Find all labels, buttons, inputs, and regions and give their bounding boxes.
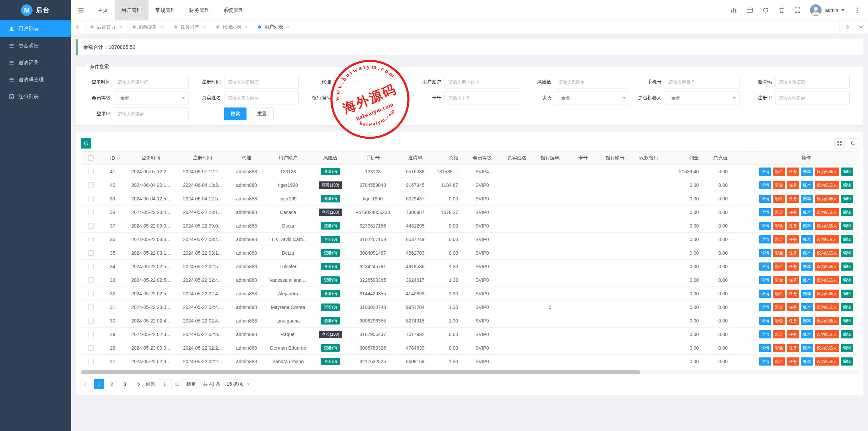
- tabs-menu-button[interactable]: [854, 20, 868, 34]
- input-account[interactable]: [445, 76, 519, 89]
- row-checkbox[interactable]: [88, 223, 94, 229]
- op-task-button[interactable]: 任务: [787, 317, 799, 325]
- risk-badge[interactable]: 查看(0): [321, 344, 340, 352]
- op-set-robot-button[interactable]: 设为机器人: [815, 181, 839, 189]
- column-filter-button[interactable]: [834, 138, 845, 149]
- op-set-robot-button[interactable]: 设为机器人: [815, 168, 839, 176]
- op-detail-button[interactable]: 详情: [759, 208, 771, 216]
- reset-button[interactable]: 重置: [251, 107, 274, 120]
- op-detail-button[interactable]: 详情: [759, 262, 771, 271]
- row-checkbox[interactable]: [88, 155, 94, 161]
- risk-badge[interactable]: 查看(0): [321, 168, 340, 175]
- panel-icon[interactable]: [746, 7, 753, 14]
- sidebar-item-4[interactable]: 红包列表: [0, 88, 71, 105]
- op-set-robot-button[interactable]: 设为机器人: [815, 276, 839, 284]
- op-detail-button[interactable]: 详情: [759, 195, 771, 203]
- input-login_time[interactable]: [114, 76, 189, 89]
- op-ledger-button[interactable]: 账本: [801, 181, 813, 189]
- risk-badge[interactable]: 查看(0): [321, 358, 340, 365]
- op-edit-button[interactable]: 编辑: [841, 181, 853, 189]
- op-detail-button[interactable]: 详情: [759, 181, 771, 189]
- sidebar-collapse-button[interactable]: [71, 0, 91, 20]
- op-ledger-button[interactable]: 账本: [801, 303, 813, 311]
- op-task-button[interactable]: 任务: [787, 222, 799, 230]
- page-next-button[interactable]: [133, 379, 143, 389]
- op-task-button[interactable]: 任务: [787, 344, 799, 352]
- risk-badge[interactable]: 查看(0): [321, 236, 340, 243]
- op-bonus-button[interactable]: 彩金: [773, 317, 785, 325]
- refresh-icon[interactable]: [762, 7, 769, 14]
- op-set-robot-button[interactable]: 设为机器人: [815, 290, 839, 298]
- row-checkbox[interactable]: [88, 264, 94, 269]
- op-detail-button[interactable]: 详情: [759, 303, 771, 311]
- row-checkbox[interactable]: [88, 345, 94, 351]
- select-member_level[interactable]: - 全部 -: [114, 92, 189, 104]
- risk-badge[interactable]: 查看(0): [321, 276, 340, 284]
- op-ledger-button[interactable]: 账本: [801, 330, 813, 338]
- op-set-robot-button[interactable]: 设为机器人: [815, 344, 839, 352]
- op-detail-button[interactable]: 详情: [759, 317, 771, 325]
- op-edit-button[interactable]: 编辑: [841, 249, 853, 257]
- row-checkbox[interactable]: [88, 237, 94, 242]
- trash-icon[interactable]: [778, 7, 785, 14]
- nav-item-2[interactable]: 常规管理: [149, 0, 182, 20]
- chevron-down-icon[interactable]: [841, 9, 845, 11]
- row-checkbox[interactable]: [88, 182, 94, 188]
- op-edit-button[interactable]: 编辑: [841, 276, 853, 284]
- op-task-button[interactable]: 任务: [787, 249, 799, 257]
- tab-0[interactable]: 后台首页×: [85, 20, 127, 34]
- input-card_no[interactable]: [445, 92, 519, 104]
- op-edit-button[interactable]: 编辑: [841, 262, 853, 271]
- op-edit-button[interactable]: 编辑: [841, 290, 853, 298]
- op-bonus-button[interactable]: 彩金: [773, 168, 785, 176]
- risk-badge[interactable]: 查看(0): [321, 263, 340, 270]
- op-edit-button[interactable]: 编辑: [841, 195, 853, 203]
- op-bonus-button[interactable]: 彩金: [773, 330, 785, 338]
- tab-2[interactable]: 任务订单×: [169, 20, 211, 34]
- op-set-robot-button[interactable]: 设为机器人: [815, 195, 839, 203]
- close-icon[interactable]: ×: [119, 24, 122, 30]
- input-bank_code[interactable]: [334, 92, 409, 104]
- op-bonus-button[interactable]: 彩金: [773, 249, 785, 257]
- op-edit-button[interactable]: 编辑: [841, 330, 853, 338]
- risk-badge[interactable]: 查看(100): [319, 181, 342, 189]
- op-bonus-button[interactable]: 彩金: [773, 222, 785, 230]
- op-bonus-button[interactable]: 彩金: [773, 262, 785, 271]
- op-ledger-button[interactable]: 账本: [801, 195, 813, 203]
- chart-icon[interactable]: [730, 7, 737, 14]
- op-set-robot-button[interactable]: 设为机器人: [815, 208, 839, 216]
- op-set-robot-button[interactable]: 设为机器人: [815, 262, 839, 271]
- op-task-button[interactable]: 任务: [787, 262, 799, 271]
- op-edit-button[interactable]: 编辑: [841, 168, 853, 176]
- username[interactable]: admin: [825, 7, 838, 13]
- op-task-button[interactable]: 任务: [787, 303, 799, 311]
- select-is_robot[interactable]: - 全部 -: [665, 92, 739, 104]
- select-status[interactable]: - 全部 -: [555, 92, 629, 104]
- table-refresh-button[interactable]: [81, 138, 91, 149]
- row-checkbox[interactable]: [88, 169, 94, 174]
- nav-item-0[interactable]: 主页: [91, 0, 115, 20]
- op-bonus-button[interactable]: 彩金: [773, 195, 785, 203]
- op-set-robot-button[interactable]: 设为机器人: [815, 330, 839, 338]
- nav-item-4[interactable]: 系统管理: [216, 0, 250, 20]
- op-edit-button[interactable]: 编辑: [841, 235, 853, 243]
- search-button[interactable]: 搜索: [224, 107, 246, 120]
- op-detail-button[interactable]: 详情: [759, 357, 771, 366]
- sidebar-item-1[interactable]: 资金明细: [0, 37, 71, 54]
- op-bonus-button[interactable]: 彩金: [773, 344, 785, 352]
- op-set-robot-button[interactable]: 设为机器人: [815, 357, 839, 366]
- search-zoom-button[interactable]: [848, 138, 858, 149]
- sidebar-item-2[interactable]: 邀请记录: [0, 54, 71, 71]
- op-ledger-button[interactable]: 账本: [801, 222, 813, 230]
- op-task-button[interactable]: 任务: [787, 290, 799, 298]
- op-detail-button[interactable]: 详情: [759, 330, 771, 338]
- fullscreen-icon[interactable]: [794, 7, 801, 14]
- row-checkbox[interactable]: [88, 210, 94, 215]
- op-edit-button[interactable]: 编辑: [841, 317, 853, 325]
- op-bonus-button[interactable]: 彩金: [773, 357, 785, 366]
- op-ledger-button[interactable]: 账本: [801, 317, 813, 325]
- nav-item-1[interactable]: 用户管理: [115, 0, 149, 20]
- row-checkbox[interactable]: [88, 332, 94, 337]
- page-jump-confirm-button[interactable]: 确定: [182, 379, 200, 389]
- risk-badge[interactable]: 查看(0): [321, 195, 340, 202]
